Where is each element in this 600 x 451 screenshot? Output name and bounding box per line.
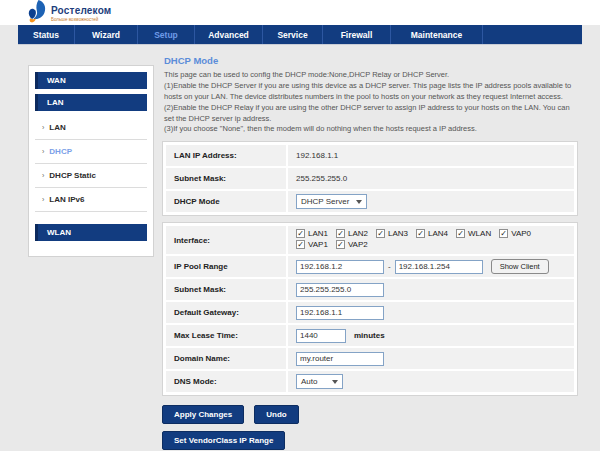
apply-changes-button[interactable]: Apply Changes xyxy=(162,405,244,424)
chevron-down-icon xyxy=(332,380,338,384)
interface-option-label: VAP0 xyxy=(511,229,531,238)
dns-mode-row: DNS Mode: Auto xyxy=(166,371,574,392)
page-title: DHCP Mode xyxy=(164,55,578,66)
nav-item-maintenance[interactable]: Maintenance xyxy=(391,25,483,44)
subnet-mask-row: Subnet Mask: xyxy=(166,279,574,300)
interface-checkbox-vap1[interactable]: ✓ xyxy=(296,240,305,249)
sidebar-item-lan-ipv6[interactable]: › LAN IPv6 xyxy=(35,188,147,212)
interface-option-label: LAN1 xyxy=(308,229,328,238)
chevron-right-icon: › xyxy=(42,196,44,203)
nav-item-firewall[interactable]: Firewall xyxy=(323,25,391,44)
lan-ip-row: LAN IP Address: 192.168.1.1 xyxy=(166,145,574,166)
description-line: (3)If you choose "None", then the modem … xyxy=(164,124,578,135)
default-gateway-row: Default Gateway: xyxy=(166,302,574,323)
dhcp-mode-row: DHCP Mode DHCP Server xyxy=(166,191,574,212)
dhcp-mode-selected-value: DHCP Server xyxy=(301,197,349,206)
lan-ip-value: 192.168.1.1 xyxy=(296,151,338,160)
interface-checkbox-wlan[interactable]: ✓ xyxy=(456,229,465,238)
sidebar-item-lan[interactable]: › LAN xyxy=(35,116,147,140)
interface-checkbox-lan4[interactable]: ✓ xyxy=(416,229,425,238)
interface-option-label: LAN4 xyxy=(428,229,448,238)
domain-name-label: Domain Name: xyxy=(166,348,286,369)
sidebar-section-wan[interactable]: WAN xyxy=(35,72,147,89)
interface-option-label: VAP1 xyxy=(308,240,328,249)
ip-pool-row: IP Pool Range - Show Client xyxy=(166,256,574,277)
subnet-label: Subnet Mask: xyxy=(166,168,286,189)
sidebar-item-label: LAN IPv6 xyxy=(49,195,84,204)
chevron-right-icon: › xyxy=(42,124,44,131)
rostelecom-logo-icon xyxy=(27,0,47,24)
sidebar: WAN LAN › LAN › DHCP › DHCP Static › LAN… xyxy=(28,65,154,257)
dhcp-mode-select[interactable]: DHCP Server xyxy=(296,194,367,209)
subnet-value: 255.255.255.0 xyxy=(296,174,347,183)
description-line: (2)Enable the DHCP Relay if you are usin… xyxy=(164,103,578,125)
ip-pool-from-input[interactable] xyxy=(296,260,384,274)
description-line: (1)Enable the DHCP Server if you are usi… xyxy=(164,81,578,103)
domain-name-input[interactable] xyxy=(296,352,384,366)
nav-item-wizard[interactable]: Wizard xyxy=(75,25,138,44)
dhcp-settings-panel: Interface: ✓LAN1 ✓LAN2 ✓LAN3 ✓LAN4 ✓WLAN… xyxy=(162,222,578,396)
sidebar-item-dhcp-static[interactable]: › DHCP Static xyxy=(35,164,147,188)
sidebar-item-label: LAN xyxy=(49,123,65,132)
description-line: This page can be used to config the DHCP… xyxy=(164,70,578,81)
nav-item-status[interactable]: Status xyxy=(18,25,75,44)
dns-mode-selected-value: Auto xyxy=(301,377,325,386)
sidebar-item-dhcp[interactable]: › DHCP xyxy=(35,140,147,164)
main-nav: Status Wizard Setup Advanced Service Fir… xyxy=(18,25,582,45)
chevron-down-icon xyxy=(356,200,362,204)
undo-button[interactable]: Undo xyxy=(254,405,298,424)
lan-ip-label: LAN IP Address: xyxy=(166,145,286,166)
interface-option-label: LAN2 xyxy=(348,229,368,238)
sidebar-section-lan[interactable]: LAN xyxy=(35,94,147,111)
interface-checkbox-lan2[interactable]: ✓ xyxy=(336,229,345,238)
brand-logo: Ростелеком Больше возможностей xyxy=(27,0,111,24)
interface-checkbox-vap0[interactable]: ✓ xyxy=(499,229,508,238)
ip-pool-label: IP Pool Range xyxy=(166,256,286,277)
ip-pool-to-input[interactable] xyxy=(395,260,483,274)
nav-item-service[interactable]: Service xyxy=(263,25,323,44)
nav-item-setup[interactable]: Setup xyxy=(138,25,195,44)
chevron-right-icon: › xyxy=(42,148,44,155)
domain-name-row: Domain Name: xyxy=(166,348,574,369)
sidebar-item-label: DHCP xyxy=(49,147,72,156)
interface-label: Interface: xyxy=(166,226,286,254)
chevron-right-icon: › xyxy=(42,172,44,179)
interface-option-label: WLAN xyxy=(468,229,491,238)
ip-pool-separator: - xyxy=(388,262,391,271)
interface-checkbox-vap2[interactable]: ✓ xyxy=(336,240,345,249)
lan-info-panel: LAN IP Address: 192.168.1.1 Subnet Mask:… xyxy=(162,141,578,216)
max-lease-time-label: Max Lease Time: xyxy=(166,325,286,346)
nav-item-advanced[interactable]: Advanced xyxy=(195,25,263,44)
show-client-button[interactable]: Show Client xyxy=(491,259,549,274)
subnet-mask-label: Subnet Mask: xyxy=(166,279,286,300)
default-gateway-input[interactable] xyxy=(296,306,384,320)
dhcp-mode-label: DHCP Mode xyxy=(166,191,286,212)
interface-checkbox-lan1[interactable]: ✓ xyxy=(296,229,305,238)
subnet-mask-input[interactable] xyxy=(296,283,384,297)
interface-checkbox-lan3[interactable]: ✓ xyxy=(376,229,385,238)
set-vendorclass-ip-range-button[interactable]: Set VendorClass IP Range xyxy=(162,431,285,450)
default-gateway-label: Default Gateway: xyxy=(166,302,286,323)
interface-option-label: VAP2 xyxy=(348,240,368,249)
interface-row: Interface: ✓LAN1 ✓LAN2 ✓LAN3 ✓LAN4 ✓WLAN… xyxy=(166,226,574,254)
main-content: DHCP Mode This page can be used to confi… xyxy=(162,55,578,450)
top-header: Ростелеком Больше возможностей xyxy=(0,0,600,25)
sidebar-item-label: DHCP Static xyxy=(49,171,96,180)
brand-name: Ростелеком xyxy=(51,5,111,16)
dns-mode-select[interactable]: Auto xyxy=(296,374,343,389)
dns-mode-label: DNS Mode: xyxy=(166,371,286,392)
brand-tagline: Больше возможностей xyxy=(51,17,111,22)
max-lease-time-row: Max Lease Time: minutes xyxy=(166,325,574,346)
interface-option-label: LAN3 xyxy=(388,229,408,238)
subnet-row: Subnet Mask: 255.255.255.0 xyxy=(166,168,574,189)
sidebar-section-wlan[interactable]: WLAN xyxy=(35,224,147,241)
page-description: This page can be used to config the DHCP… xyxy=(162,70,578,135)
minutes-suffix: minutes xyxy=(354,331,385,340)
max-lease-time-input[interactable] xyxy=(296,329,346,343)
